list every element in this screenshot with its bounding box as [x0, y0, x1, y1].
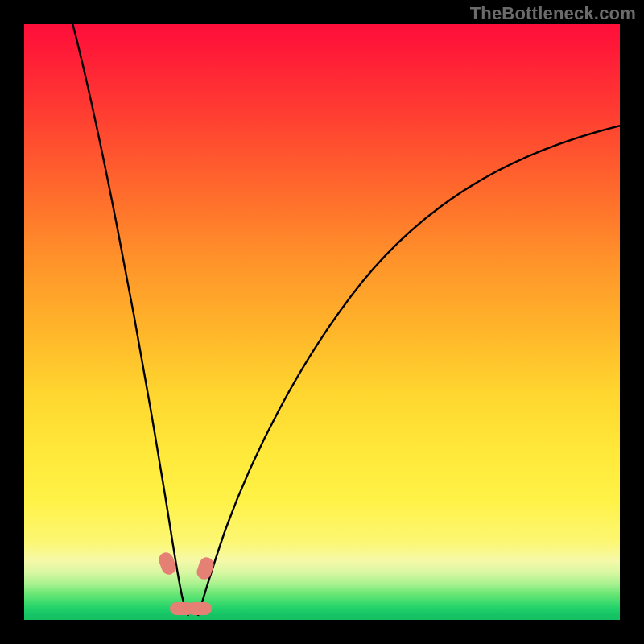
plot-area: [24, 24, 620, 620]
watermark-text: TheBottleneck.com: [470, 3, 636, 24]
curve-left-branch: [72, 24, 188, 616]
curve-right-branch: [198, 125, 620, 616]
marker-bottom-right: [188, 602, 212, 615]
bottleneck-curve: [24, 24, 620, 620]
chart-frame: TheBottleneck.com: [0, 0, 644, 644]
